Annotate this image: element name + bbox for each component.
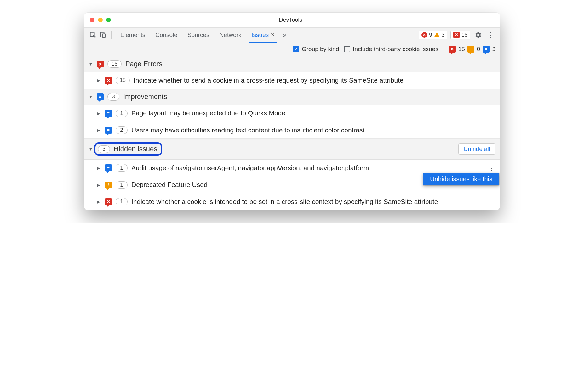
improvement-icon: = bbox=[483, 46, 490, 53]
issue-row[interactable]: ▶ = 1 Audit usage of navigator.userAgent… bbox=[84, 160, 500, 176]
device-toggle-icon[interactable] bbox=[99, 31, 107, 39]
maximize-window-icon[interactable] bbox=[106, 18, 111, 22]
improvement-icon: = bbox=[97, 93, 104, 100]
issue-row[interactable]: ▶ = 1 Page layout may be unexpected due … bbox=[84, 105, 500, 122]
chevron-right-icon: ▶ bbox=[97, 78, 101, 83]
issue-row[interactable]: ▶ = 2 Users may have difficulties readin… bbox=[84, 122, 500, 139]
third-party-cookies-checkbox[interactable]: Include third-party cookie issues bbox=[344, 46, 438, 53]
chevron-down-icon: ▼ bbox=[89, 147, 93, 152]
chevron-right-icon: ▶ bbox=[97, 182, 101, 187]
improvement-icon: = bbox=[105, 127, 112, 134]
unhide-popup[interactable]: Unhide issues like this bbox=[423, 173, 499, 185]
close-window-icon[interactable] bbox=[90, 18, 94, 22]
tab-elements[interactable]: Elements bbox=[115, 28, 150, 42]
issue-summary-counts: ✕ 15 ! 0 = 3 bbox=[449, 46, 495, 53]
chevron-right-icon: ▶ bbox=[97, 199, 101, 204]
more-options-icon[interactable]: ⋮ bbox=[486, 30, 495, 40]
breaking-change-icon: ! bbox=[467, 46, 474, 53]
issue-row[interactable]: ▶ ✕ 15 Indicate whether to send a cookie… bbox=[84, 72, 500, 89]
tab-network[interactable]: Network bbox=[215, 28, 247, 42]
page-error-icon: ✕ bbox=[97, 61, 104, 67]
chevron-down-icon: ▼ bbox=[89, 94, 93, 99]
issue-title: Users may have difficulties reading text… bbox=[131, 126, 495, 135]
checkbox-unchecked-icon bbox=[344, 46, 350, 52]
hidden-issues-highlight: 3 Hidden issues bbox=[94, 142, 162, 156]
tab-sources[interactable]: Sources bbox=[182, 28, 215, 42]
divider bbox=[111, 31, 112, 39]
checkbox-checked-icon: ✓ bbox=[293, 46, 299, 52]
issues-badge[interactable]: ✕ 15 bbox=[450, 31, 470, 39]
console-error-warning-badge[interactable]: ✕ 9 3 bbox=[419, 31, 447, 39]
issue-count: 1 bbox=[116, 181, 128, 189]
toolbar-right: ✕ 9 3 ✕ 15 ⋮ bbox=[419, 30, 495, 40]
issue-count: 1 bbox=[116, 110, 128, 117]
group-header-page-errors[interactable]: ▼ ✕ 15 Page Errors bbox=[84, 56, 500, 72]
page-error-icon: ✕ bbox=[105, 198, 112, 205]
titlebar: DevTools· bbox=[84, 13, 500, 28]
more-tabs-icon[interactable]: » bbox=[280, 31, 289, 38]
page-error-icon: ✕ bbox=[449, 46, 456, 53]
improvement-icon: = bbox=[105, 164, 112, 171]
breaking-change-icon: ! bbox=[105, 182, 112, 188]
warning-count: 3 bbox=[442, 32, 444, 38]
svg-rect-2 bbox=[102, 34, 105, 37]
chevron-right-icon: ▶ bbox=[97, 111, 101, 116]
tab-issues[interactable]: Issues ✕ bbox=[246, 28, 280, 42]
group-title: Hidden issues bbox=[114, 145, 157, 153]
group-count: 3 bbox=[107, 93, 119, 101]
minimize-window-icon[interactable] bbox=[98, 18, 103, 22]
group-count: 3 bbox=[98, 145, 110, 153]
issue-count: 1 bbox=[116, 198, 128, 205]
issue-title: Audit usage of navigator.userAgent, navi… bbox=[131, 164, 484, 172]
window-controls bbox=[84, 18, 111, 22]
issue-menu-icon[interactable]: ⋮ bbox=[488, 164, 495, 172]
issue-count: 15 bbox=[461, 32, 467, 38]
issues-list: ▼ ✕ 15 Page Errors ▶ ✕ 15 Indicate wheth… bbox=[84, 56, 500, 210]
group-header-improvements[interactable]: ▼ = 3 Improvements bbox=[84, 89, 500, 105]
chevron-down-icon: ▼ bbox=[89, 61, 93, 66]
devtools-window: DevTools· Elements Console Sources Netwo… bbox=[84, 13, 500, 210]
issue-title: Page layout may be unexpected due to Qui… bbox=[131, 109, 495, 118]
error-icon: ✕ bbox=[421, 32, 427, 38]
chevron-right-icon: ▶ bbox=[97, 165, 101, 170]
issue-count: 1 bbox=[116, 164, 128, 172]
group-title: Improvements bbox=[123, 93, 167, 101]
warning-icon bbox=[434, 32, 440, 37]
unhide-all-button[interactable]: Unhide all bbox=[458, 143, 496, 155]
improvement-count: 3 bbox=[492, 46, 495, 53]
issue-count: 15 bbox=[116, 77, 130, 84]
error-count: 9 bbox=[429, 32, 432, 38]
issue-row[interactable]: ▶ ✕ 1 Indicate whether a cookie is inten… bbox=[84, 193, 500, 210]
chevron-right-icon: ▶ bbox=[97, 128, 101, 133]
main-toolbar: Elements Console Sources Network Issues … bbox=[84, 28, 500, 42]
divider bbox=[444, 45, 444, 53]
settings-icon[interactable] bbox=[473, 30, 483, 40]
issue-title: Indicate whether to send a cookie in a c… bbox=[134, 76, 495, 85]
issue-error-icon: ✕ bbox=[453, 32, 460, 38]
panel-tabs: Elements Console Sources Network Issues … bbox=[115, 28, 417, 42]
window-title: DevTools· bbox=[279, 17, 305, 23]
group-header-hidden-issues[interactable]: ▼ 3 Hidden issues Unhide all bbox=[84, 139, 500, 160]
group-by-kind-checkbox[interactable]: ✓ Group by kind bbox=[293, 46, 339, 53]
issue-count: 2 bbox=[116, 126, 128, 134]
issue-title: Indicate whether a cookie is intended to… bbox=[131, 197, 495, 206]
close-tab-icon[interactable]: ✕ bbox=[271, 32, 275, 38]
group-title: Page Errors bbox=[125, 60, 162, 68]
improvement-icon: = bbox=[105, 110, 112, 117]
breaking-change-count: 0 bbox=[477, 46, 480, 53]
page-error-count: 15 bbox=[458, 46, 465, 53]
page-error-icon: ✕ bbox=[105, 77, 112, 84]
inspect-icon[interactable] bbox=[89, 31, 97, 39]
group-count: 15 bbox=[107, 60, 122, 68]
tab-console[interactable]: Console bbox=[150, 28, 182, 42]
issues-filter-bar: ✓ Group by kind Include third-party cook… bbox=[84, 42, 500, 56]
